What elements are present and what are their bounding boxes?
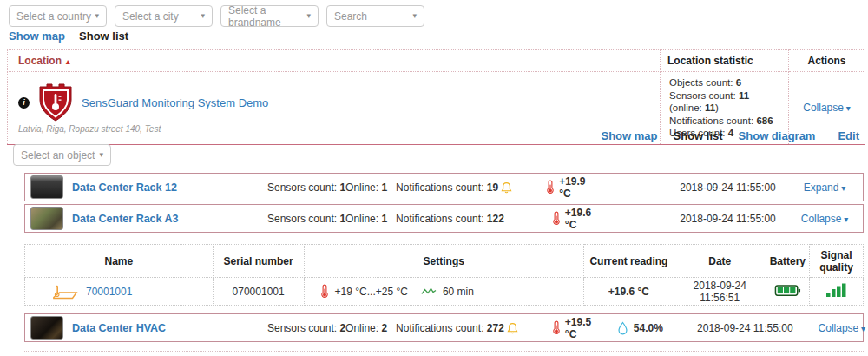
location-table-header-row: Location Location statistic Actions [8,50,865,72]
view-switcher: Show map Show list [9,30,128,43]
sensors-count: 1 [339,213,345,225]
settings-column-header: Settings [304,245,583,278]
sensor-name-link[interactable]: 70001001 [86,286,132,298]
temperature-value: +19.5 °C [565,316,604,340]
next-row-divider [24,351,864,352]
humidity-value: 54.0% [634,322,663,334]
thermometer-icon [552,211,561,226]
thermometer-icon [320,284,329,299]
edit-link[interactable]: Edit [838,129,859,142]
object-rows: Data Center Rack 12 Sensors count: 1 Onl… [24,173,864,342]
sensor-table-header-row: Name Serial number Settings Current read… [25,245,864,278]
location-name-link[interactable]: SensGuard Monitoring System Demo [82,96,268,109]
info-icon[interactable] [18,97,30,109]
reading-column-header: Current reading [584,245,674,278]
chevron-down-icon [306,12,311,20]
object-row-rackA3: Data Center Rack A3 Sensors count: 1 Onl… [24,204,864,233]
object-thumbnail[interactable] [30,175,63,199]
battery-column-header: Battery [766,245,809,278]
chevron-down-icon [99,151,103,159]
page: Select a country Select a city Select a … [0,0,868,356]
last-update-date: 2018-09-24 11:55:00 [687,322,804,334]
sensor-date: 2018-09-24 11:56:51 [674,278,766,306]
city-select[interactable]: Select a city [115,5,213,27]
online-count: 1 [381,213,387,225]
temperature-range-setting: +19 °C...+25 °C [335,286,408,298]
sort-asc-icon [66,57,70,66]
object-name-link[interactable]: Data Center Rack 12 [72,181,267,194]
search-select-placeholder: Search [334,10,367,23]
notifications-count: 19 [487,181,498,194]
humidity-drop-icon [617,321,628,335]
name-column-header: Name [25,245,214,278]
bell-icon [500,181,513,194]
object-select-placeholder: Select an object [21,149,95,162]
expand-link[interactable]: Expand [804,181,846,194]
thermometer-icon [546,180,555,194]
show-list-link[interactable]: Show list [79,30,128,43]
search-select[interactable]: Search [326,5,424,27]
collapse-link[interactable]: Collapse [819,322,866,334]
actions-column-header: Actions [789,50,865,72]
chevron-down-icon [95,12,99,20]
location-address: Latvia, Riga, Ropazu street 140, Test [18,124,649,134]
object-row-hvac: Data Center HVAC Sensors count: 2 Online… [24,313,864,342]
bell-icon [506,321,519,335]
location-column-header[interactable]: Location [8,50,661,72]
signal-strength-icon [826,283,847,297]
serial-column-header: Serial number [213,245,304,278]
show-map-link[interactable]: Show map [9,30,65,43]
temperature-value: +19.6 °C [565,207,604,231]
notifications-count: 122 [487,213,504,225]
thermometer-icon [552,320,561,335]
chart-zigzag-icon [421,287,437,297]
show-map-link-2[interactable]: Show map [602,129,658,142]
object-thumbnail[interactable] [30,207,63,230]
battery-icon [774,284,801,297]
sensor-serial: 070001001 [213,278,304,306]
object-name-link[interactable]: Data Center Rack A3 [72,213,267,225]
chevron-down-icon [412,12,417,20]
country-select[interactable]: Select a country [9,5,107,27]
object-view-switcher: Show map Show list Show diagram Edit [602,129,860,142]
brandname-select[interactable]: Select a brandname [220,5,319,27]
object-thumbnail[interactable] [30,316,63,340]
sensor-row: 70001001 070001001 +19 °C...+25 °C 60 mi… [25,278,864,306]
sensguard-shield-logo [37,82,74,122]
last-update-date: 2018-09-24 11:55:00 [669,213,786,225]
online-count: 1 [381,181,387,194]
temperature-value: +19.9 °C [559,175,598,200]
show-list-link-2[interactable]: Show list [674,129,723,142]
signal-column-header: Signal quality [810,245,864,278]
notifications-count: 272 [487,322,504,334]
interval-setting: 60 min [443,286,474,298]
chevron-down-icon [201,12,205,20]
date-column-header: Date [674,245,766,278]
filter-bar: Select a country Select a city Select a … [9,5,424,27]
collapse-link[interactable]: Collapse [801,213,849,225]
object-name-link[interactable]: Data Center HVAC [72,322,267,334]
online-count: 2 [381,322,387,334]
brandname-select-placeholder: Select a brandname [228,4,306,29]
sensors-count: 1 [339,181,345,194]
sensor-device-icon [51,283,79,300]
show-diagram-link[interactable]: Show diagram [739,129,816,142]
current-reading: +19.6 °C [584,278,674,306]
city-select-placeholder: Select a city [122,10,179,23]
sensor-table: Name Serial number Settings Current read… [24,244,864,306]
last-update-date: 2018-09-24 11:55:00 [669,181,786,194]
object-row-rack12: Data Center Rack 12 Sensors count: 1 Onl… [24,173,864,201]
country-select-placeholder: Select a country [16,10,91,23]
object-select[interactable]: Select an object [13,144,111,166]
location-collapse-link[interactable]: Collapse [803,102,851,114]
location-statistic-column-header: Location statistic [661,50,789,72]
sensors-count: 2 [339,322,345,334]
